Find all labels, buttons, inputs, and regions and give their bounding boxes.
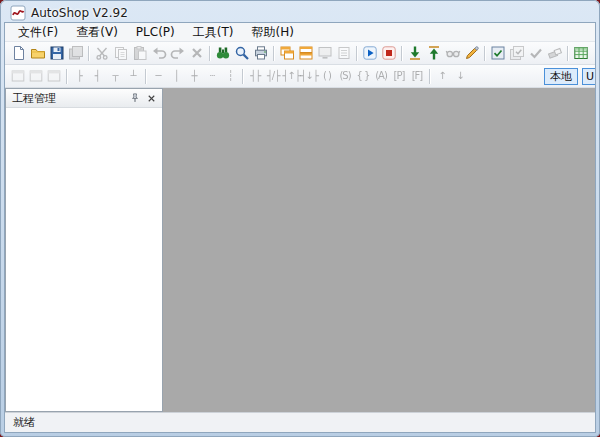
run-plc-button[interactable] <box>360 44 379 63</box>
ladder-view-button <box>9 67 27 86</box>
toolbar-standard <box>5 42 595 65</box>
cross-reference-button <box>334 44 353 63</box>
menu-help[interactable]: 帮助(H) <box>242 23 302 42</box>
glasses-icon <box>445 45 461 61</box>
menu-view[interactable]: 查看(V) <box>67 23 127 42</box>
upload-from-plc-button[interactable] <box>424 44 443 63</box>
check-icon <box>528 45 544 61</box>
output-window-button[interactable] <box>296 44 315 63</box>
syntax-check-button <box>526 44 545 63</box>
insert-cell-button: ├ <box>70 67 88 86</box>
undo-icon <box>151 45 167 61</box>
set-reset-coil-button: (S) <box>336 67 354 86</box>
toolbar-separator <box>145 69 146 84</box>
monitor-icon <box>317 45 333 61</box>
arrow-up-green-icon <box>426 45 442 61</box>
monitor-table-button <box>315 44 334 63</box>
application-instruction-button: { } <box>354 67 372 86</box>
delete-cell-button: ┤ <box>88 67 106 86</box>
title-bar[interactable]: AutoShop V2.92 <box>4 0 596 22</box>
insert-row-icon: ┬ <box>112 71 117 81</box>
horizontal-line-icon: ─ <box>155 71 160 81</box>
toolbar-separator <box>356 46 357 61</box>
save-all-icon <box>68 45 84 61</box>
zoom-in-ladder-button: ↑ <box>433 67 451 86</box>
paste-button <box>130 44 149 63</box>
menu-plc[interactable]: PLC(P) <box>127 24 184 40</box>
insert-cell-icon: ├ <box>76 71 81 81</box>
pulse-instruction-button: [P] <box>390 67 408 86</box>
compile-icon <box>490 45 506 61</box>
rising-edge-contact-icon: ┤↑├ <box>282 71 299 81</box>
save-all-button <box>66 44 85 63</box>
open-project-button[interactable] <box>28 44 47 63</box>
edit-mode-button[interactable] <box>462 44 481 63</box>
copy-button <box>111 44 130 63</box>
element-monitor-table-button[interactable] <box>571 44 590 63</box>
open-contact-icon: ┤├ <box>250 71 260 81</box>
delete-row-icon: ┴ <box>130 71 135 81</box>
pencil-icon <box>464 45 480 61</box>
toolbar-separator <box>429 69 430 84</box>
project-tree[interactable] <box>6 108 162 411</box>
delete-row-button: ┴ <box>124 67 142 86</box>
set-reset-coil-icon: (S) <box>339 71 350 81</box>
menu-file[interactable]: 文件(F) <box>9 23 67 42</box>
output-coil-button: ( ) <box>318 67 336 86</box>
toolbar-separator <box>567 46 568 61</box>
eraser-icon <box>547 45 563 61</box>
doc-new-icon <box>11 45 27 61</box>
window-tile-icon <box>298 45 314 61</box>
toolbar-separator <box>66 69 67 84</box>
pulse-instruction-icon: [P] <box>394 71 405 81</box>
table-green-icon <box>573 45 589 61</box>
save-button[interactable] <box>47 44 66 63</box>
panel-header: 工程管理 <box>6 89 162 108</box>
print-button[interactable] <box>251 44 270 63</box>
stop-plc-button[interactable] <box>379 44 398 63</box>
win-gray-icon <box>28 68 44 84</box>
panel-title: 工程管理 <box>12 91 125 106</box>
project-manager-window-button[interactable] <box>277 44 296 63</box>
content-area: 工程管理 <box>5 88 595 412</box>
zoom-out-ladder-icon: ↓ <box>456 71 463 81</box>
arrow-down-green-icon <box>407 45 423 61</box>
falling-edge-contact-icon: ┤↓├ <box>300 71 317 81</box>
zoom-button[interactable] <box>232 44 251 63</box>
compile-button[interactable] <box>488 44 507 63</box>
delete-vertical-line-button: ┆ <box>221 67 239 86</box>
rising-edge-contact-button: ┤↑├ <box>282 67 300 86</box>
app-window: AutoShop V2.92 文件(F)查看(V)PLC(P)工具(T)帮助(H… <box>0 0 600 437</box>
toolbar-separator <box>209 46 210 61</box>
clear-program-button <box>545 44 564 63</box>
download-to-plc-button[interactable] <box>405 44 424 63</box>
toolbar-ladder: ├┤┬┴─│┼┄┆┤├┤/├┤↑├┤↓├( )(S){ }(A)[P][F]↑↓… <box>5 65 595 88</box>
workspace[interactable] <box>163 88 595 412</box>
closed-contact-button: ┤/├ <box>264 67 282 86</box>
delete-button <box>187 44 206 63</box>
open-contact-button: ┤├ <box>246 67 264 86</box>
menu-bar: 文件(F)查看(V)PLC(P)工具(T)帮助(H) <box>5 23 595 42</box>
find-button[interactable] <box>213 44 232 63</box>
close-panel-icon[interactable] <box>144 91 159 106</box>
application-instruction-icon: { } <box>357 71 370 81</box>
delete-icon <box>189 45 205 61</box>
menu-tools[interactable]: 工具(T) <box>184 23 243 42</box>
pin-icon[interactable] <box>127 91 142 106</box>
scissors-icon <box>94 45 110 61</box>
list-icon <box>336 45 352 61</box>
local-mode-button[interactable]: 本地 <box>544 68 578 85</box>
toolbar-separator <box>401 46 402 61</box>
zoom-out-ladder-button: ↓ <box>451 67 469 86</box>
toolbar-separator <box>88 46 89 61</box>
redo-icon <box>170 45 186 61</box>
usb-mode-button[interactable]: U <box>582 68 596 85</box>
vertical-line-icon: │ <box>173 71 178 81</box>
stop-icon <box>381 45 397 61</box>
cut-button <box>92 44 111 63</box>
new-file-button[interactable] <box>9 44 28 63</box>
delete-vertical-line-icon: ┆ <box>227 71 232 81</box>
redo-button <box>168 44 187 63</box>
line-cross-icon: ┼ <box>191 71 196 81</box>
window-cascade-icon <box>279 45 295 61</box>
